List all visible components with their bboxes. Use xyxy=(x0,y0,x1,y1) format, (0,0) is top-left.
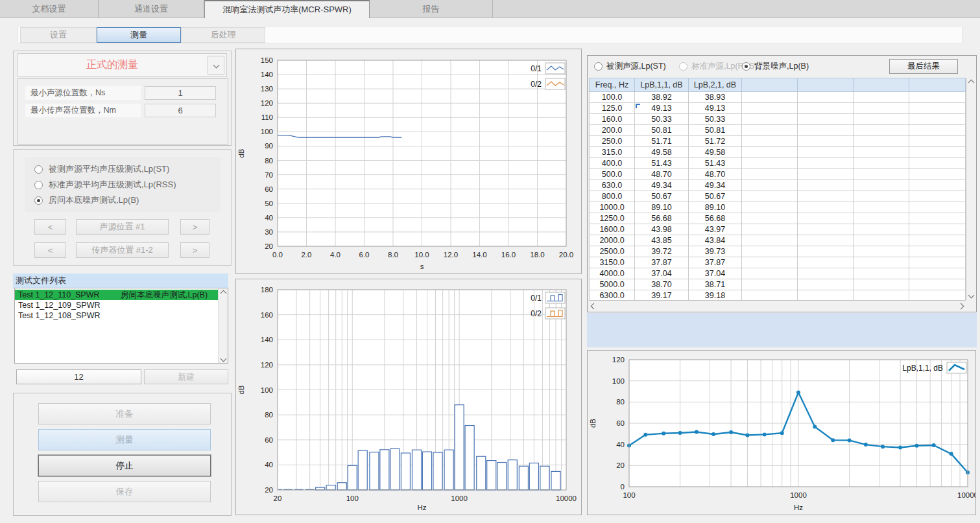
radio-icon[interactable] xyxy=(594,62,603,71)
radio-icon[interactable] xyxy=(679,62,687,71)
table-cell[interactable]: 4000.0 xyxy=(590,268,635,279)
table-cell[interactable] xyxy=(798,158,854,169)
table-cell[interactable]: 37.87 xyxy=(635,257,689,268)
table-cell[interactable] xyxy=(854,235,909,246)
scroll-left-button[interactable] xyxy=(589,301,599,311)
table-cell[interactable] xyxy=(909,246,966,257)
mode-selector[interactable]: 正式的测量 xyxy=(18,53,227,77)
table-cell[interactable] xyxy=(742,114,798,125)
table-cell[interactable]: 48.70 xyxy=(635,169,689,180)
table-cell[interactable] xyxy=(854,224,909,235)
table-horizontal-scrollbar[interactable] xyxy=(589,300,966,311)
table-cell[interactable] xyxy=(854,92,909,103)
test-type-radio[interactable]: 被测声源平均声压级测试,Lp(ST) xyxy=(25,161,221,177)
table-cell[interactable] xyxy=(854,268,909,279)
table-cell[interactable]: 51.72 xyxy=(689,136,742,147)
table-cell[interactable]: 49.34 xyxy=(689,180,742,191)
mic-next-button[interactable]: > xyxy=(180,242,209,258)
table-cell[interactable] xyxy=(742,125,798,136)
table-cell[interactable]: 630.0 xyxy=(590,180,635,191)
table-cell[interactable]: 1000.0 xyxy=(590,202,635,213)
table-cell[interactable] xyxy=(909,191,966,202)
table-cell[interactable]: 39.18 xyxy=(689,290,742,301)
table-cell[interactable] xyxy=(742,224,798,235)
table-cell[interactable] xyxy=(742,257,798,268)
table-cell[interactable]: 38.92 xyxy=(635,92,689,103)
table-cell[interactable] xyxy=(742,202,798,213)
table-cell[interactable] xyxy=(854,180,909,191)
table-cell[interactable]: 3150.0 xyxy=(590,257,635,268)
table-cell[interactable]: 50.33 xyxy=(635,114,689,125)
table-cell[interactable] xyxy=(798,268,854,279)
action-button-1[interactable]: 准备 xyxy=(38,403,211,424)
radio-icon[interactable] xyxy=(34,165,43,174)
table-cell[interactable]: 50.67 xyxy=(635,191,689,202)
table-cell[interactable]: 43.97 xyxy=(689,224,742,235)
table-cell[interactable] xyxy=(798,147,854,158)
table-vertical-scrollbar[interactable] xyxy=(966,78,976,300)
subtab-2[interactable]: 测量 xyxy=(97,27,181,43)
table-cell[interactable] xyxy=(742,268,798,279)
last-result-button[interactable]: 最后结果 xyxy=(889,59,958,74)
table-cell[interactable]: 50.81 xyxy=(635,125,689,136)
table-cell[interactable]: 2500.0 xyxy=(590,246,635,257)
table-cell[interactable] xyxy=(909,136,966,147)
table-cell[interactable] xyxy=(909,224,966,235)
table-cell[interactable] xyxy=(909,169,966,180)
table-cell[interactable]: 43.84 xyxy=(689,235,742,246)
table-cell[interactable]: 49.58 xyxy=(635,147,689,158)
subtab-1[interactable]: 设置 xyxy=(20,27,97,43)
table-cell[interactable]: 1600.0 xyxy=(590,224,635,235)
table-cell[interactable]: 1250.0 xyxy=(590,213,635,224)
source-position-label[interactable]: 声源位置 #1 xyxy=(76,219,169,235)
source-prev-button[interactable]: < xyxy=(34,219,66,235)
action-button-3[interactable]: 停止 xyxy=(38,455,211,476)
table-cell[interactable] xyxy=(909,147,966,158)
table-cell[interactable] xyxy=(909,180,966,191)
table-cell[interactable] xyxy=(909,202,966,213)
table-cell[interactable] xyxy=(798,125,854,136)
table-cell[interactable]: 51.43 xyxy=(689,158,742,169)
table-cell[interactable] xyxy=(909,268,966,279)
table-cell[interactable] xyxy=(909,213,966,224)
table-cell[interactable] xyxy=(909,125,966,136)
table-cell[interactable]: 38.93 xyxy=(689,92,742,103)
table-cell[interactable] xyxy=(909,92,966,103)
table-cell[interactable] xyxy=(798,202,854,213)
radio-icon[interactable] xyxy=(34,181,43,189)
table-cell[interactable] xyxy=(798,279,854,290)
table-cell[interactable] xyxy=(909,257,966,268)
table-cell[interactable]: 89.10 xyxy=(635,202,689,213)
table-cell[interactable]: 48.70 xyxy=(689,169,742,180)
table-cell[interactable]: 400.0 xyxy=(590,158,635,169)
result-radio-3[interactable]: 背景噪声,Lp(B) xyxy=(742,61,809,72)
test-file-list[interactable]: Test 1_12_110_SPWR房间本底噪声测试,Lp(B)Test 1_1… xyxy=(14,288,228,364)
table-cell[interactable] xyxy=(854,213,909,224)
tab-3[interactable]: 混响室法测试声功率(MCR-SPWR) xyxy=(204,0,370,18)
table-cell[interactable]: 50.67 xyxy=(689,191,742,202)
result-radio-1[interactable]: 被测声源,Lp(ST) xyxy=(594,61,666,72)
table-cell[interactable] xyxy=(854,169,909,180)
table-cell[interactable] xyxy=(798,257,854,268)
table-cell[interactable]: 160.0 xyxy=(590,114,635,125)
table-cell[interactable] xyxy=(854,114,909,125)
table-cell[interactable]: 50.33 xyxy=(689,114,742,125)
table-cell[interactable] xyxy=(798,169,854,180)
mic-prev-button[interactable]: < xyxy=(34,242,66,258)
table-cell[interactable] xyxy=(854,136,909,147)
action-button-4[interactable]: 保存 xyxy=(38,481,211,502)
table-cell[interactable]: 38.70 xyxy=(635,279,689,290)
table-cell[interactable] xyxy=(909,279,966,290)
source-next-button[interactable]: > xyxy=(180,219,209,235)
table-cell[interactable] xyxy=(909,235,966,246)
table-cell[interactable] xyxy=(854,147,909,158)
table-cell[interactable] xyxy=(742,103,798,114)
table-cell[interactable] xyxy=(742,246,798,257)
table-cell[interactable]: 500.0 xyxy=(590,169,635,180)
table-cell[interactable]: 49.34 xyxy=(635,180,689,191)
table-cell[interactable] xyxy=(909,158,966,169)
table-cell[interactable] xyxy=(854,103,909,114)
table-cell[interactable] xyxy=(854,125,909,136)
table-cell[interactable] xyxy=(854,191,909,202)
test-type-radio[interactable]: 标准声源平均声压级测试,Lp(RSS) xyxy=(25,177,221,192)
